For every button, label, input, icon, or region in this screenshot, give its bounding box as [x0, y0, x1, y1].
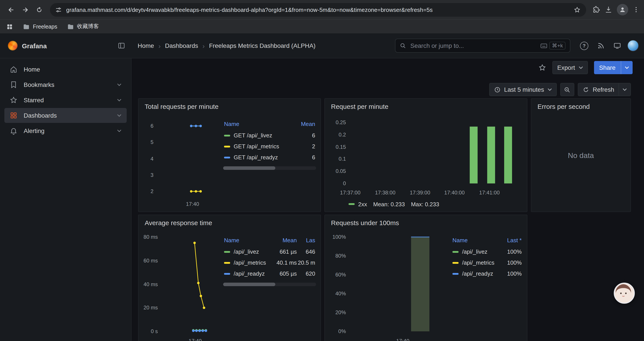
panel-title[interactable]: Errors per second: [531, 99, 630, 110]
share-menu-caret[interactable]: [621, 61, 632, 74]
export-button[interactable]: Export: [552, 61, 588, 74]
sidebar-item-home[interactable]: Home: [4, 62, 127, 77]
breadcrumb-separator: ›: [202, 42, 205, 49]
browser-menu-kebab-icon[interactable]: [632, 6, 640, 13]
scrollbar-thumb[interactable]: [223, 166, 275, 170]
timeseries-plot[interactable]: [160, 237, 224, 331]
panel-title[interactable]: Requests under 100ms: [325, 215, 527, 226]
folder-icon: [23, 23, 30, 30]
reload-button[interactable]: [32, 3, 46, 16]
time-range-picker[interactable]: Last 5 minutes: [489, 83, 557, 96]
extensions-icon[interactable]: [592, 6, 600, 14]
floating-assistant-avatar[interactable]: [614, 283, 635, 304]
chevron-down-icon[interactable]: [117, 129, 122, 132]
breadcrumb: Home › Dashboards › Freeleaps Metrics Da…: [138, 42, 316, 49]
legend-scrollbar[interactable]: [223, 283, 316, 286]
panel-title[interactable]: Average response time: [138, 215, 320, 226]
chevron-down-icon[interactable]: [117, 99, 122, 101]
sidebar-item-label: Alerting: [24, 127, 111, 134]
forward-button[interactable]: [18, 3, 32, 16]
search-input[interactable]: [410, 42, 540, 50]
chevron-down-icon: [548, 88, 552, 91]
help-icon[interactable]: ?: [580, 42, 588, 50]
legend-header[interactable]: NameLast *: [452, 236, 522, 246]
user-avatar-button[interactable]: [627, 40, 639, 51]
y-axis: 100%80%60%40%20%0%: [329, 237, 346, 331]
panel-title[interactable]: Total requests per minute: [138, 99, 320, 110]
legend-header[interactable]: NameMeanLas: [223, 236, 316, 246]
legend-row[interactable]: /api/_livez661 µs646: [223, 246, 316, 257]
sidebar-toggle-icon[interactable]: [118, 42, 126, 50]
refresh-interval-caret[interactable]: [618, 83, 630, 96]
share-button[interactable]: Share: [594, 61, 632, 74]
legend-header[interactable]: NameMean: [223, 120, 316, 130]
breadcrumb-dashboards[interactable]: Dashboards: [165, 42, 198, 49]
nav-sidebar: Home Bookmarks Starred Dashboards Alerti…: [0, 58, 132, 341]
legend-row[interactable]: /api/_readyz100%: [452, 268, 522, 279]
panel-title[interactable]: Request per minute: [325, 99, 527, 110]
back-button[interactable]: [4, 3, 18, 16]
refresh-button[interactable]: Refresh: [578, 83, 631, 96]
legend-row[interactable]: GET /api/_metrics2: [223, 141, 316, 152]
sidebar-item-bookmarks[interactable]: Bookmarks: [4, 77, 127, 92]
y-axis: 0.250.20.150.10.050: [329, 122, 346, 183]
shortcut-label: ⌘+k: [549, 42, 566, 50]
legend-scrollbar[interactable]: [223, 166, 316, 170]
grafana-logo-icon[interactable]: [8, 41, 18, 51]
url-text[interactable]: grafana.mathmast.com/d/deytv4rwavabkb/fr…: [66, 6, 574, 13]
legend-row[interactable]: /api/_metrics100%: [452, 257, 522, 268]
grafana-app: Grafana Home › Dashboards › Freeleaps Me…: [0, 33, 644, 341]
url-bar[interactable]: grafana.mathmast.com/d/deytv4rwavabkb/fr…: [50, 3, 586, 17]
reload-icon: [35, 6, 43, 14]
legend-row[interactable]: GET /api/_readyz6: [223, 152, 316, 163]
bar-plot[interactable]: [348, 122, 520, 183]
browser-toolbar: grafana.mathmast.com/d/deytv4rwavabkb/fr…: [0, 0, 644, 19]
panel-request-per-minute: Request per minute 0.250.20.150.10.050 1…: [324, 98, 528, 212]
legend-row[interactable]: /api/_livez100%: [452, 246, 522, 257]
search-box[interactable]: ⌘+k: [395, 39, 570, 53]
legend-inline[interactable]: 2xx Mean: 0.233 Max: 0.233: [348, 200, 439, 208]
sidebar-item-alerting[interactable]: Alerting: [4, 123, 127, 138]
bookmark-star-icon[interactable]: [574, 6, 581, 14]
zoom-out-button[interactable]: [560, 83, 574, 96]
legend-row[interactable]: GET /api/_livez6: [223, 130, 316, 141]
sidebar-item-dashboards[interactable]: Dashboards: [4, 108, 127, 123]
y-axis: 65432: [143, 126, 154, 191]
breadcrumb-home[interactable]: Home: [138, 42, 154, 49]
bookmark-folder-freeleaps[interactable]: Freeleaps: [23, 23, 57, 30]
sidebar-item-label: Home: [24, 66, 122, 73]
series-name[interactable]: 2xx: [358, 201, 367, 207]
timeseries-plot[interactable]: [156, 126, 224, 191]
chevron-down-icon[interactable]: [117, 83, 122, 86]
chevron-down-icon: [578, 66, 583, 69]
chevron-down-icon[interactable]: [117, 114, 122, 117]
bookmarks-bar: Freeleaps 收藏博客: [0, 19, 644, 33]
panel-grid: Total requests per minute 65432 17:40: [138, 98, 631, 341]
zoom-out-icon: [564, 86, 570, 93]
legend-row[interactable]: /api/_readyz605 µs620: [223, 268, 316, 279]
scrollbar-thumb[interactable]: [223, 283, 275, 286]
search-icon: [400, 43, 406, 49]
sidebar-item-starred[interactable]: Starred: [4, 93, 127, 108]
browser-profile-button[interactable]: [617, 4, 628, 15]
bar-plot[interactable]: [348, 237, 447, 331]
news-rss-icon[interactable]: [597, 42, 604, 49]
downloads-icon[interactable]: [604, 6, 612, 14]
assistant-face-icon: [615, 283, 632, 301]
favorite-star-icon[interactable]: [538, 64, 546, 72]
series-color-swatch: [224, 251, 230, 253]
series-color-swatch: [452, 273, 458, 274]
series-color-swatch: [224, 146, 230, 147]
empty-grid-space: [531, 215, 631, 341]
star-icon: [10, 96, 18, 104]
series-max: Max: 0.233: [411, 201, 439, 207]
share-label[interactable]: Share: [594, 61, 621, 74]
bookmark-folder-blogs[interactable]: 收藏博客: [67, 23, 99, 30]
series-color-swatch: [224, 262, 230, 263]
apps-grid-icon[interactable]: [6, 23, 13, 30]
legend-row[interactable]: /api/_metrics40.1 ms20.5 m: [223, 257, 316, 268]
site-settings-icon[interactable]: [55, 6, 62, 13]
panel-requests-under-100ms: Requests under 100ms 100%80%60%40%20%0% …: [324, 215, 528, 341]
series-mean: Mean: 0.233: [373, 201, 405, 207]
tv-mode-icon[interactable]: [613, 42, 621, 50]
